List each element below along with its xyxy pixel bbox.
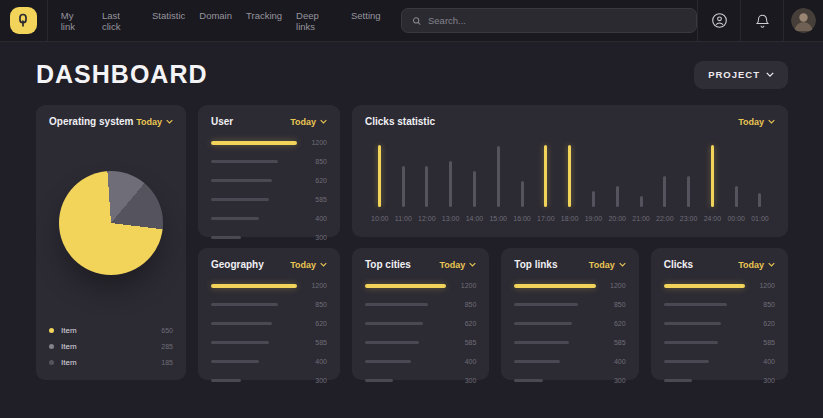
- bar-value: 300: [601, 377, 626, 384]
- legend-label: Item: [61, 358, 77, 367]
- clicks-statistic-card: Clicks statistic Today 10:0011:0012:0013…: [352, 105, 788, 237]
- legend-item: Item650: [49, 326, 173, 335]
- legend-label: Item: [61, 326, 77, 335]
- nav-item-domain[interactable]: Domain: [199, 10, 232, 32]
- time-label: 21:00: [632, 215, 650, 223]
- chevron-down-icon: [768, 262, 775, 267]
- bar-value: 1200: [601, 282, 626, 289]
- period-label: Today: [136, 117, 162, 127]
- card-title: Top cities: [365, 259, 411, 270]
- bar: [497, 146, 500, 207]
- bar-track: [211, 284, 297, 288]
- project-dropdown-button[interactable]: PROJECT: [694, 61, 788, 89]
- period-dropdown[interactable]: Today: [136, 117, 173, 127]
- time-label: 00:00: [727, 215, 745, 223]
- bar: [758, 193, 761, 207]
- bar: [664, 322, 722, 325]
- bar-value: 585: [601, 339, 626, 346]
- search-input[interactable]: [428, 15, 686, 26]
- app-logo[interactable]: [10, 7, 37, 34]
- bar: [211, 341, 269, 344]
- user-card: User Today 1200850620585400300: [198, 105, 340, 237]
- nav-item-last-click[interactable]: Last click: [102, 10, 138, 32]
- time-label: 23:00: [680, 215, 698, 223]
- bar-row: 400: [211, 215, 327, 222]
- bar-value: 620: [302, 320, 327, 327]
- bar-column: 20:00: [608, 141, 626, 223]
- period-dropdown[interactable]: Today: [439, 260, 476, 270]
- avatar[interactable]: [791, 8, 816, 33]
- operating-system-card: Operating system Today Item650Item285Ite…: [36, 105, 186, 380]
- nav-item-tracking[interactable]: Tracking: [246, 10, 282, 32]
- bar: [365, 360, 411, 363]
- bar-track: [514, 322, 595, 326]
- time-label: 11:00: [395, 215, 412, 223]
- bar: [211, 141, 297, 145]
- bar-track: [211, 198, 297, 202]
- bar-value: 400: [302, 358, 327, 365]
- bar-row: 1200: [211, 282, 327, 289]
- bar-row: 1200: [514, 282, 625, 289]
- card-header: Operating system Today: [49, 116, 173, 127]
- bar-row: 400: [664, 358, 775, 365]
- time-label: 20:00: [608, 215, 626, 223]
- bar-row: 300: [664, 377, 775, 384]
- bar: [378, 145, 381, 207]
- card-header: User Today: [211, 116, 327, 127]
- card-header: Clicks statistic Today: [365, 116, 775, 127]
- bar-value: 400: [451, 358, 476, 365]
- bar: [521, 181, 524, 207]
- bar-column: 21:00: [632, 141, 650, 223]
- notifications-button[interactable]: [741, 0, 783, 42]
- nav-item-my-link[interactable]: My link: [61, 10, 88, 32]
- nav-item-deep-links[interactable]: Deep links: [296, 10, 337, 32]
- card-header: Clicks Today: [664, 259, 775, 270]
- bar-track: [514, 341, 595, 345]
- avatar-image: [791, 8, 816, 33]
- legend-item: Item185: [49, 358, 173, 367]
- bar: [402, 166, 405, 207]
- period-dropdown[interactable]: Today: [290, 117, 327, 127]
- bar-value: 585: [451, 339, 476, 346]
- bar-value: 400: [302, 215, 327, 222]
- bar: [711, 145, 714, 207]
- card-title: Top links: [514, 259, 557, 270]
- chevron-down-icon: [320, 119, 327, 124]
- nav-item-statistic[interactable]: Statistic: [152, 10, 185, 32]
- project-button-label: PROJECT: [708, 69, 760, 80]
- bar: [211, 179, 272, 182]
- period-dropdown[interactable]: Today: [589, 260, 626, 270]
- card-header: Top cities Today: [365, 259, 476, 270]
- link-icon: [17, 13, 29, 28]
- bar-row: 300: [211, 234, 327, 241]
- geography-card: Geography Today 1200850620585400300: [198, 248, 340, 380]
- avatar-cell: [784, 8, 823, 33]
- bar-value: 1200: [451, 282, 476, 289]
- bar-column: 18:00: [561, 141, 579, 223]
- card-title: Geography: [211, 259, 264, 270]
- nav-item-setting[interactable]: Setting: [351, 10, 381, 32]
- period-dropdown[interactable]: Today: [738, 260, 775, 270]
- bar-track: [365, 360, 446, 364]
- bar: [365, 322, 423, 325]
- emoji-button[interactable]: [698, 0, 740, 42]
- bar: [514, 360, 560, 363]
- pie-legend: Item650Item285Item185: [49, 319, 173, 367]
- time-label: 13:00: [442, 215, 460, 223]
- time-label: 14:00: [466, 215, 484, 223]
- legend-dot: [49, 344, 54, 349]
- bar-track: [664, 303, 745, 307]
- dashboard-grid: Operating system Today Item650Item285Ite…: [36, 105, 788, 380]
- bar-track: [664, 360, 745, 364]
- bar-value: 620: [451, 320, 476, 327]
- period-dropdown[interactable]: Today: [738, 117, 775, 127]
- chevron-down-icon: [768, 119, 775, 124]
- card-header: Top links Today: [514, 259, 625, 270]
- bar-column: 11:00: [395, 141, 412, 223]
- bar-row: 585: [365, 339, 476, 346]
- search-bar: [401, 8, 697, 33]
- period-dropdown[interactable]: Today: [290, 260, 327, 270]
- bar: [365, 341, 419, 344]
- bar-track: [365, 322, 446, 326]
- bar-value: 620: [302, 177, 327, 184]
